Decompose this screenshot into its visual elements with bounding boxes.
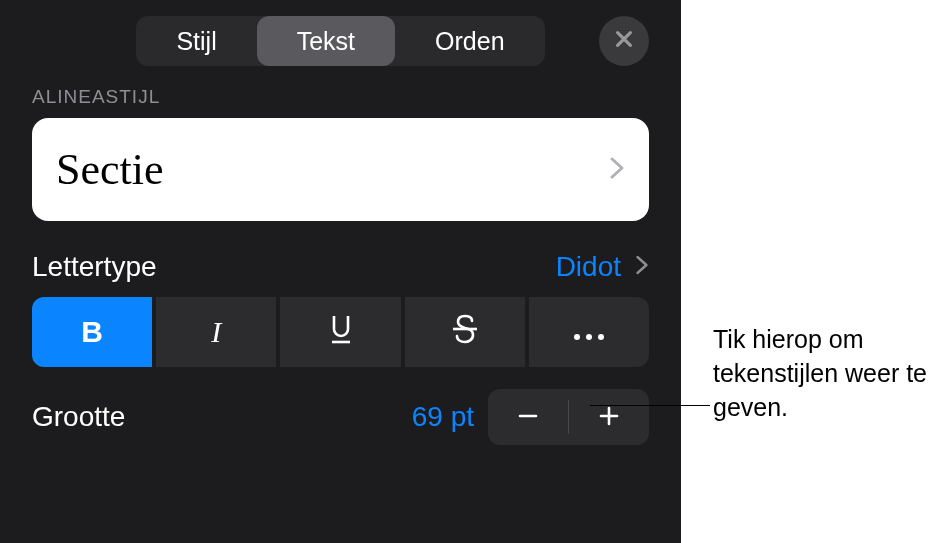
- size-decrease-button[interactable]: [488, 389, 568, 445]
- font-label: Lettertype: [32, 251, 157, 283]
- size-label: Grootte: [32, 401, 125, 433]
- bold-button[interactable]: B: [32, 297, 152, 367]
- tab-bar: Stijl Tekst Orden: [136, 16, 544, 66]
- size-value[interactable]: 69 pt: [412, 401, 474, 433]
- italic-button[interactable]: I: [156, 297, 276, 367]
- font-row[interactable]: Lettertype Didot: [32, 251, 649, 283]
- paragraph-style-name: Sectie: [56, 144, 164, 195]
- section-header: ALINEASTIJL: [32, 86, 649, 108]
- italic-icon: I: [211, 315, 221, 349]
- tab-tekst[interactable]: Tekst: [257, 16, 395, 66]
- paragraph-style-picker[interactable]: Sectie: [32, 118, 649, 221]
- callout-leader: [590, 405, 710, 406]
- tab-orden[interactable]: Orden: [395, 16, 544, 66]
- more-options-button[interactable]: [529, 297, 649, 367]
- tab-stijl[interactable]: Stijl: [136, 16, 256, 66]
- bold-icon: B: [81, 315, 103, 349]
- svg-point-6: [598, 334, 604, 340]
- size-row: Grootte 69 pt: [32, 389, 649, 445]
- size-increase-button[interactable]: [569, 389, 649, 445]
- tabs-row: Stijl Tekst Orden: [32, 0, 649, 86]
- svg-point-5: [586, 334, 592, 340]
- chevron-right-icon: [609, 156, 625, 184]
- size-stepper: [488, 389, 649, 445]
- font-value: Didot: [556, 251, 621, 283]
- close-icon: [613, 28, 635, 54]
- close-button[interactable]: [599, 16, 649, 66]
- svg-point-4: [574, 334, 580, 340]
- underline-icon: [327, 312, 355, 353]
- strikethrough-icon: [450, 313, 480, 352]
- format-panel: Stijl Tekst Orden ALINEASTIJL Sectie Let…: [0, 0, 681, 543]
- callout-text: Tik hierop om tekenstijlen weer te geven…: [713, 323, 936, 424]
- chevron-right-icon: [635, 251, 649, 283]
- more-icon: [572, 315, 606, 349]
- underline-button[interactable]: [280, 297, 400, 367]
- minus-icon: [517, 400, 539, 434]
- format-buttons: B I: [32, 297, 649, 367]
- strikethrough-button[interactable]: [405, 297, 525, 367]
